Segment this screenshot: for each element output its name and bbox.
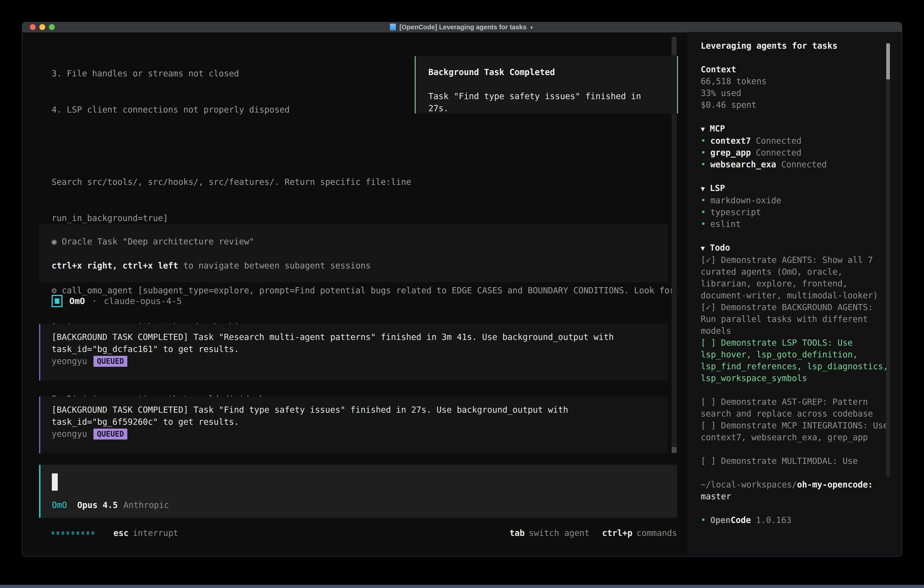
prompt-input[interactable]: OmO Opus 4.5 Anthropic <box>39 465 677 518</box>
task-message-line: [BACKGROUND TASK COMPLETED] Task "Find t… <box>52 404 656 416</box>
status-badge: QUEUED <box>94 429 127 439</box>
bullet-icon: • <box>701 219 706 229</box>
lsp-item: •markdown-oxide <box>701 195 889 206</box>
tool-call-text: call_omo_agent [subagent_type=explore, p… <box>62 286 675 296</box>
task-message-line: [BACKGROUND TASK COMPLETED] Task "Resear… <box>52 331 656 343</box>
window-title: [OpenCode] Leveraging agents for tasks ◐ <box>390 23 534 31</box>
context-heading: Context <box>701 64 889 76</box>
traffic-lights <box>30 24 55 30</box>
bullet-icon: • <box>701 136 706 146</box>
bullet-icon: • <box>701 148 706 158</box>
screen-bottom-strip <box>0 585 924 588</box>
esc-hint: esc interrupt <box>114 528 178 538</box>
sidebar-scrollbar-thumb[interactable] <box>886 43 890 79</box>
zoom-button[interactable] <box>49 24 55 30</box>
background-task-notification: Background Task Completed Task "Find typ… <box>415 56 678 114</box>
oracle-task-title: ◉ Oracle Task "Deep architecture review" <box>52 236 655 248</box>
todo-item: [ ] Demonstrate MCP INTEGRATIONS: Use co… <box>701 420 889 443</box>
app-version: •OpenCode1.0.163 <box>701 514 889 526</box>
mcp-item: •context7Connected <box>701 135 889 147</box>
mcp-item: •websearch_exaConnected <box>701 159 889 170</box>
workspace-path: ~/local-workspaces/oh-my-opencode: <box>701 479 889 491</box>
lsp-item: •typescript <box>701 206 889 218</box>
text-cursor <box>52 473 58 491</box>
terminal-line: Search src/tools/, src/hooks/, src/featu… <box>52 176 675 188</box>
agent-model: claude-opus-4-5 <box>104 296 182 306</box>
record-icon: ◉ <box>52 237 57 246</box>
minimize-button[interactable] <box>40 24 45 30</box>
session-title: Leveraging agents for tasks <box>701 40 889 52</box>
todo-item: [ ] Demonstrate MULTIMODAL: Use <box>701 455 889 467</box>
chevron-down-icon: ▼ <box>701 125 705 133</box>
close-button[interactable] <box>30 24 36 30</box>
background-task-message: [BACKGROUND TASK COMPLETED] Task "Find t… <box>39 396 668 453</box>
gear-icon: ⚙ <box>52 286 57 296</box>
tab-hint: tab switch agent <box>510 528 589 538</box>
oracle-task-box: ◉ Oracle Task "Deep architecture review"… <box>39 225 668 282</box>
bullet-icon: • <box>701 515 706 525</box>
terminal-line: run_in_background=true] <box>52 212 675 224</box>
sidebar-scrollbar[interactable] <box>886 43 890 477</box>
document-icon <box>390 24 396 30</box>
context-used: 33% used <box>701 87 889 99</box>
section-lsp[interactable]: ▼LSP <box>701 182 889 195</box>
terminal-line-blank <box>52 140 675 152</box>
titlebar: [OpenCode] Leveraging agents for tasks ◐ <box>22 22 902 32</box>
username: yeongyu <box>52 355 87 367</box>
sidebar: Leveraging agents for tasks Context 66,5… <box>687 32 902 556</box>
app-window: [OpenCode] Leveraging agents for tasks ◐… <box>22 22 902 557</box>
agent-session-header: OmO · claude-opus-4-5 <box>52 295 182 307</box>
todo-item: [ ] Demonstrate LSP TOOLS: Use lsp_hover… <box>701 337 889 384</box>
context-tokens: 66,518 tokens <box>701 76 889 87</box>
notification-body: Task "Find type safety issues" finished … <box>428 90 664 114</box>
active-agent-label: OmO <box>52 500 67 510</box>
todo-item: [✓] Demonstrate BACKGROUND AGENTS: Run p… <box>701 302 889 337</box>
bullet-icon: • <box>701 195 706 205</box>
section-mcp[interactable]: ▼MCP <box>701 123 889 135</box>
shortcut-keys: ctrl+x right, ctrl+x left <box>52 261 178 271</box>
status-bar: esc interrupt tab switch agent ctrl+p co… <box>52 527 677 539</box>
lsp-item: •eslint <box>701 218 889 230</box>
agent-icon <box>52 295 63 307</box>
notification-title: Background Task Completed <box>428 66 664 78</box>
git-branch: master <box>701 491 889 502</box>
chevron-down-icon: ▼ <box>701 244 705 252</box>
terminal-output: 3. File handles or streams not closed 4.… <box>52 43 675 537</box>
username: yeongyu <box>52 428 87 440</box>
section-todo[interactable]: ▼Todo <box>701 242 889 254</box>
separator-dot: · <box>92 296 97 306</box>
session-indicator-icon: ◐ <box>530 23 534 31</box>
main-scrollbar-thumb-bottom[interactable] <box>672 447 676 453</box>
model-info-row: OmO Opus 4.5 Anthropic <box>52 500 666 510</box>
status-badge: QUEUED <box>94 356 127 367</box>
mcp-item: •grep_appConnected <box>701 147 889 159</box>
agent-name: OmO <box>69 296 85 306</box>
todo-item: [ ] Demonstrate AST-GREP: Pattern search… <box>701 396 889 420</box>
bullet-icon: • <box>701 207 706 217</box>
main-scrollbar-thumb-top[interactable] <box>672 37 676 55</box>
oracle-task-hint: ctrl+x right, ctrl+x left to navigate be… <box>52 260 655 272</box>
working-spinner <box>52 531 94 535</box>
active-model-label: Opus 4.5 <box>77 500 118 510</box>
context-spent: $0.46 spent <box>701 99 889 111</box>
task-message-line: task_id="bg_dcfac161" to get results. <box>52 343 656 355</box>
bullet-icon: • <box>701 160 706 169</box>
window-title-text: [OpenCode] Leveraging agents for tasks <box>399 23 526 31</box>
chevron-down-icon: ▼ <box>701 185 705 193</box>
commands-hint: ctrl+p commands <box>602 528 677 538</box>
provider-label: Anthropic <box>124 500 169 510</box>
todo-item: [✓] Demonstrate AGENTS: Show all 7 curat… <box>701 254 889 302</box>
background-task-message: [BACKGROUND TASK COMPLETED] Task "Resear… <box>39 324 668 381</box>
task-message-line: task_id="bg_6f59260c" to get results. <box>52 416 656 428</box>
